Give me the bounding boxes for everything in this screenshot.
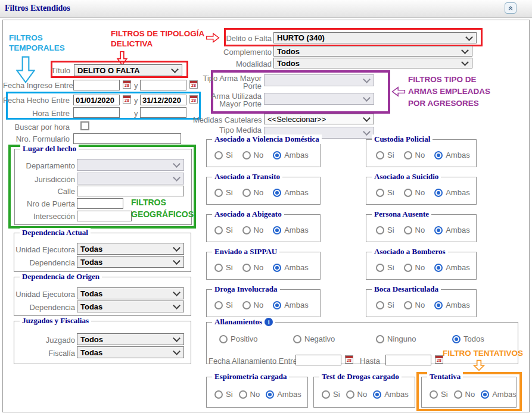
fecha-hecho-from-input[interactable] <box>73 95 120 105</box>
calendar-icon[interactable] <box>345 355 353 364</box>
arma-utilizada-mayor-porte-select[interactable] <box>264 93 374 105</box>
radio-no[interactable]: No <box>346 390 368 399</box>
radio-group-test-drogas-cargado: Test de Drogas cargado Si No Ambas <box>313 377 415 408</box>
radio-icon <box>376 151 384 159</box>
info-icon[interactable]: i <box>265 318 273 326</box>
radio-icon <box>376 189 384 197</box>
calendar-icon[interactable] <box>189 80 198 89</box>
fecha-ingreso-from-input[interactable] <box>73 80 120 90</box>
interseccion-input[interactable] <box>77 211 132 221</box>
medidas-cautelares-select[interactable]: <<Seleccionar>> <box>264 114 374 124</box>
radio-ambas[interactable]: Ambas <box>434 263 469 272</box>
radio-si[interactable]: Si <box>376 226 394 234</box>
nro-puerta-input[interactable] <box>77 198 123 209</box>
radio-no[interactable]: No <box>242 226 264 234</box>
radio-selected-icon <box>452 335 461 343</box>
delito-falta-select[interactable]: HURTO (340) <box>273 32 477 43</box>
chevron-down-icon <box>173 289 181 296</box>
radio-si[interactable]: Si <box>430 390 448 399</box>
hora-to-input[interactable] <box>140 107 186 118</box>
medidas-cautelares-label: Medidas Cautelares <box>193 115 262 124</box>
radio-no[interactable]: No <box>242 301 264 309</box>
radio-negativo[interactable]: Negativo <box>293 334 335 343</box>
fieldset-legend: Tentativa <box>430 372 461 381</box>
radio-si[interactable]: Si <box>376 151 394 159</box>
radio-si[interactable]: Si <box>376 263 394 272</box>
radio-si[interactable]: Si <box>214 263 233 272</box>
chevron-down-icon <box>461 58 469 66</box>
unidad-ejecutora-select[interactable]: Todas <box>77 287 184 299</box>
radio-no[interactable]: No <box>242 151 264 159</box>
chevron-double-up-icon <box>507 5 514 12</box>
radio-no[interactable]: No <box>404 226 425 234</box>
hora-from-input[interactable] <box>73 107 120 118</box>
calendar-icon[interactable] <box>123 95 131 104</box>
radio-si[interactable]: Si <box>376 301 394 309</box>
radio-ambas[interactable]: Ambas <box>273 188 308 197</box>
radio-si[interactable]: Si <box>376 188 394 197</box>
calendar-icon[interactable] <box>123 80 131 89</box>
fecha-allanamiento-to-input[interactable] <box>385 355 431 365</box>
juzgado-select[interactable]: Todos <box>77 333 184 345</box>
radio-todos[interactable]: Todos <box>452 334 484 343</box>
radio-positivo[interactable]: Positivo <box>219 334 258 343</box>
radio-ninguno[interactable]: Ninguno <box>376 334 416 343</box>
fieldset-legend: Boca Desarticulada <box>374 284 438 294</box>
radio-ambas[interactable]: Ambas <box>434 226 469 234</box>
calendar-icon[interactable] <box>435 355 443 364</box>
radio-no[interactable]: No <box>239 390 260 399</box>
dependencia-select[interactable]: Todas <box>77 301 184 312</box>
modalidad-select[interactable]: Todos <box>273 58 472 68</box>
collapse-button[interactable] <box>505 2 517 14</box>
radio-si[interactable]: Si <box>214 301 233 309</box>
unidad-ejecutora-select[interactable]: Todas <box>77 243 184 255</box>
calle-label: Calle <box>9 187 75 196</box>
tipo-arma-mayor-porte-select[interactable] <box>264 74 374 86</box>
radio-ambas[interactable]: Ambas <box>434 151 469 159</box>
fieldset-legend: Juzgados y Fiscalias <box>22 316 89 326</box>
buscar-por-hora-checkbox[interactable] <box>80 121 89 130</box>
radio-ambas[interactable]: Ambas <box>266 390 301 399</box>
radio-no[interactable]: No <box>404 151 425 159</box>
nro-formulario-input[interactable] <box>73 133 181 144</box>
dependencia-value: Todas <box>80 258 102 267</box>
arrow-down-icon <box>16 56 35 83</box>
radio-ambas[interactable]: Ambas <box>273 263 308 272</box>
calle-input[interactable] <box>77 186 184 196</box>
radio-ambas[interactable]: Ambas <box>434 301 469 309</box>
radio-ambas[interactable]: Ambas <box>434 188 469 197</box>
radio-ambas[interactable]: Ambas <box>481 390 516 399</box>
fieldset-legend: Persona Ausente <box>374 209 429 219</box>
radio-si[interactable]: Si <box>214 151 233 159</box>
radio-icon <box>404 226 412 234</box>
radio-no[interactable]: No <box>404 188 425 197</box>
radio-si[interactable]: Si <box>214 226 233 234</box>
radio-no[interactable]: No <box>454 390 475 399</box>
calendar-icon[interactable] <box>189 95 198 104</box>
fiscalia-label: Fiscalía <box>9 349 75 358</box>
radio-no[interactable]: No <box>404 263 425 272</box>
radio-ambas[interactable]: Ambas <box>273 151 308 159</box>
complemento-select[interactable]: Todos <box>273 46 472 57</box>
jurisdiccion-select[interactable] <box>77 173 184 184</box>
fecha-allanamiento-from-input[interactable] <box>295 355 341 365</box>
radio-no[interactable]: No <box>404 301 425 309</box>
radio-ambas[interactable]: Ambas <box>373 390 408 399</box>
radio-icon <box>404 264 412 272</box>
fecha-hecho-to-input[interactable] <box>140 95 186 105</box>
dependencia-select[interactable]: Todas <box>77 256 184 268</box>
radio-no[interactable]: No <box>242 188 264 197</box>
radio-si[interactable]: Si <box>214 390 233 399</box>
radio-si[interactable]: Si <box>214 188 233 197</box>
arrow-left-icon <box>391 86 406 98</box>
departamento-select[interactable] <box>77 159 184 171</box>
radio-ambas[interactable]: Ambas <box>273 226 308 234</box>
header-bar: Filtros Extendidos <box>0 0 532 18</box>
titulo-select[interactable]: DELITO O FALTA <box>74 64 182 76</box>
radio-ambas[interactable]: Ambas <box>273 301 308 309</box>
radio-no[interactable]: No <box>242 263 264 272</box>
medidas-cautelares-value: <<Seleccionar>> <box>267 115 326 124</box>
radio-si[interactable]: Si <box>322 390 340 399</box>
fiscalia-select[interactable]: Todas <box>77 346 184 358</box>
fecha-ingreso-to-input[interactable] <box>140 80 186 90</box>
